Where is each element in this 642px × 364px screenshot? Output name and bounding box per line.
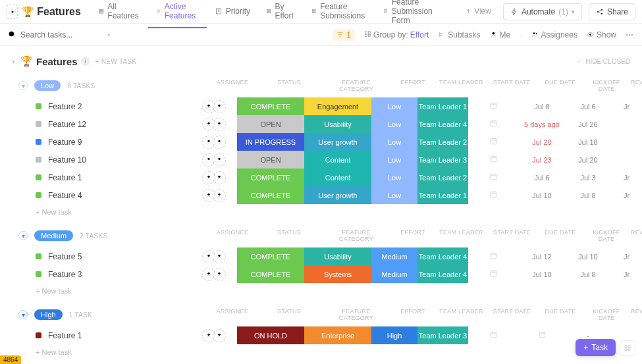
column-header[interactable]: ASSIGNEE bbox=[209, 305, 255, 324]
due-date-cell[interactable]: Jul 10 bbox=[519, 271, 565, 278]
apps-button[interactable] bbox=[620, 340, 635, 356]
effort-cell[interactable]: Medium bbox=[371, 265, 417, 283]
team-leader-cell[interactable]: Team Leader 4 bbox=[417, 247, 468, 265]
hide-closed[interactable]: HIDE CLOSED bbox=[576, 58, 630, 65]
column-header[interactable]: START DATE bbox=[487, 305, 537, 324]
new-task-fab[interactable]: + Task bbox=[575, 339, 616, 356]
start-date-cell[interactable] bbox=[468, 119, 519, 130]
due-date-cell[interactable]: Jul 6 bbox=[519, 174, 565, 182]
effort-cell[interactable]: Low bbox=[371, 186, 417, 204]
task-name[interactable]: Feature 4 bbox=[0, 191, 191, 200]
view-tab-feature-submissions[interactable]: Feature Submissions bbox=[304, 0, 375, 28]
kickoff-date-cell[interactable]: Jul 10 bbox=[565, 253, 611, 261]
column-header[interactable]: DUE DATE bbox=[537, 76, 583, 95]
column-header[interactable]: TEAM LEADER bbox=[436, 76, 487, 95]
task-name[interactable]: Feature 5 bbox=[0, 252, 191, 261]
column-header[interactable]: TEAM LEADER bbox=[436, 305, 487, 324]
kickoff-date-cell[interactable]: Jul 26 bbox=[565, 120, 611, 128]
status-cell[interactable]: ON HOLD bbox=[237, 326, 304, 344]
automate-button[interactable]: Automate (1) ▾ bbox=[503, 3, 582, 20]
assignee-cell[interactable] bbox=[191, 136, 237, 149]
assignees-button[interactable]: Assignees bbox=[531, 30, 577, 39]
team-leader-cell[interactable]: Team Leader 2 bbox=[417, 169, 468, 186]
kickoff-date-cell[interactable]: Jul 8 bbox=[565, 192, 611, 199]
start-date-cell[interactable] bbox=[468, 190, 519, 201]
effort-cell[interactable]: Low bbox=[371, 97, 417, 115]
column-header[interactable]: KICKOFF DATE bbox=[583, 305, 629, 324]
status-cell[interactable]: COMPLETE bbox=[237, 186, 304, 204]
chevron-down-icon[interactable]: ▾ bbox=[107, 32, 111, 38]
category-cell[interactable]: User growth bbox=[304, 133, 371, 151]
view-tab-all-features[interactable]: All Features bbox=[90, 0, 148, 28]
status-cell[interactable]: COMPLETE bbox=[237, 247, 304, 265]
due-date-cell[interactable]: Jul 20 bbox=[519, 138, 565, 146]
table-row[interactable]: Feature 3COMPLETESystemsMediumTeam Leade… bbox=[0, 265, 642, 283]
settings-icon[interactable] bbox=[7, 5, 18, 19]
effort-cell[interactable]: Low bbox=[371, 115, 417, 133]
due-date-cell[interactable]: Jul 8 bbox=[519, 103, 565, 111]
column-header[interactable]: STATUS bbox=[255, 226, 323, 245]
column-header[interactable]: TEAM LEADER bbox=[436, 226, 487, 245]
team-leader-cell[interactable]: Team Leader 3 bbox=[417, 326, 468, 344]
table-row[interactable]: Feature 10OPENContentLowTeam Leader 3Jul… bbox=[0, 151, 642, 169]
group-by[interactable]: Group by: Effort bbox=[364, 30, 429, 39]
table-row[interactable]: Feature 12OPENUsabilityLowTeam Leader 45… bbox=[0, 115, 642, 133]
collapse-icon[interactable]: ▾ bbox=[18, 231, 28, 240]
search-input[interactable] bbox=[20, 30, 99, 39]
start-date-cell[interactable] bbox=[468, 172, 519, 183]
view-tab-feature-submission-form[interactable]: Feature Submission Form bbox=[375, 0, 454, 33]
due-date-cell[interactable]: Jul 23 bbox=[519, 156, 565, 164]
column-header[interactable]: KICKOFF DATE bbox=[583, 226, 629, 245]
more-icon[interactable]: ⋯ bbox=[626, 30, 634, 39]
column-header[interactable]: START DATE bbox=[487, 76, 537, 95]
me-button[interactable]: Me bbox=[490, 30, 511, 39]
start-date-cell[interactable] bbox=[468, 155, 519, 165]
kickoff-date-cell[interactable]: Jul 20 bbox=[565, 156, 611, 164]
review-cell[interactable]: Jr bbox=[611, 253, 642, 261]
column-header[interactable]: REVI bbox=[629, 226, 642, 245]
review-cell[interactable]: Jr bbox=[611, 103, 642, 111]
review-cell[interactable]: Jr bbox=[611, 271, 642, 278]
task-name[interactable]: Feature 1 bbox=[0, 173, 191, 182]
start-date-cell[interactable] bbox=[468, 101, 519, 112]
info-icon[interactable]: i bbox=[81, 57, 90, 66]
review-cell[interactable]: Jr bbox=[611, 174, 642, 182]
assignee-cell[interactable] bbox=[191, 100, 237, 113]
category-cell[interactable]: Engagement bbox=[304, 97, 371, 115]
column-header[interactable]: DUE DATE bbox=[537, 226, 583, 245]
table-row[interactable]: Feature 1ON HOLDEnterpriseHighTeam Leade… bbox=[0, 326, 642, 344]
review-cell[interactable]: Jr bbox=[611, 192, 642, 199]
start-date-cell[interactable] bbox=[468, 137, 519, 147]
status-cell[interactable]: IN PROGRESS bbox=[237, 133, 304, 151]
category-cell[interactable]: Content bbox=[304, 169, 371, 186]
new-task-row[interactable]: + New task bbox=[0, 283, 642, 296]
assignee-cell[interactable] bbox=[191, 171, 237, 184]
effort-cell[interactable]: Low bbox=[371, 169, 417, 186]
start-date-cell[interactable] bbox=[468, 330, 519, 341]
kickoff-date-cell[interactable]: Jul 3 bbox=[565, 174, 611, 182]
group-pill[interactable]: High bbox=[34, 309, 63, 320]
column-header[interactable]: ASSIGNEE bbox=[209, 226, 255, 245]
column-header[interactable]: FEATURE CATEGORY bbox=[323, 226, 390, 245]
start-date-cell[interactable] bbox=[468, 269, 519, 280]
new-task-row[interactable]: + New task bbox=[0, 344, 642, 357]
new-task-row[interactable]: + New task bbox=[0, 204, 642, 217]
column-header[interactable]: REVI bbox=[629, 76, 642, 95]
column-header[interactable]: KICKOFF DATE bbox=[583, 76, 629, 95]
kickoff-date-cell[interactable]: Jul 18 bbox=[565, 138, 611, 146]
effort-cell[interactable]: High bbox=[371, 326, 417, 344]
group-pill[interactable]: Medium bbox=[34, 230, 73, 241]
table-row[interactable]: Feature 2COMPLETEEngagementLowTeam Leade… bbox=[0, 97, 642, 115]
kickoff-date-cell[interactable]: Jul 6 bbox=[565, 103, 611, 111]
collapse-icon[interactable]: ▾ bbox=[18, 310, 28, 319]
team-leader-cell[interactable]: Team Leader 1 bbox=[417, 97, 468, 115]
category-cell[interactable]: Content bbox=[304, 151, 371, 169]
category-cell[interactable]: Usability bbox=[304, 247, 371, 265]
view-tab-by-effort[interactable]: By Effort bbox=[258, 0, 304, 28]
new-task-top[interactable]: + NEW TASK bbox=[95, 58, 137, 65]
task-name[interactable]: Feature 9 bbox=[0, 138, 191, 147]
chevron-down-icon[interactable]: ▾ bbox=[12, 58, 15, 65]
assignee-cell[interactable] bbox=[191, 189, 237, 202]
due-date-cell[interactable]: Jul 10 bbox=[519, 192, 565, 199]
kickoff-date-cell[interactable]: Jul 8 bbox=[565, 271, 611, 278]
